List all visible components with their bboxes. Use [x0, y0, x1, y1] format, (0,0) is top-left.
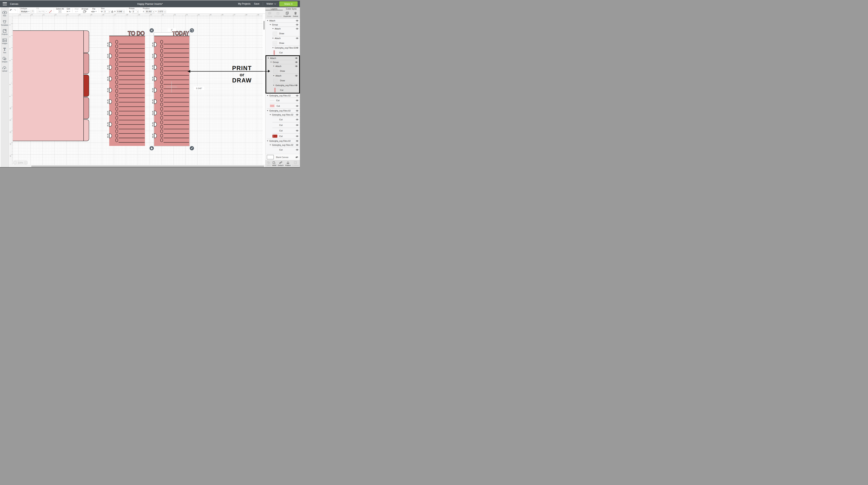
- layer-row[interactable]: Draw: [266, 78, 299, 83]
- sidebar-item-templates[interactable]: Templates: [1, 19, 9, 28]
- horizontal-scrollbar-track[interactable]: [9, 165, 265, 167]
- flatten-button[interactable]: Flatten: [285, 161, 291, 166]
- collapse-caret-icon[interactable]: [272, 47, 274, 48]
- layer-row[interactable]: Attach: [266, 56, 299, 60]
- position-x-stepper[interactable]: ▲▼: [152, 10, 154, 13]
- vertical-scrollbar[interactable]: [264, 21, 265, 30]
- linetype-dropdown[interactable]: Multiple: [20, 10, 31, 13]
- layer-row[interactable]: Cut: [266, 98, 300, 103]
- fill-swatch[interactable]: [49, 10, 52, 13]
- visibility-eye-icon[interactable]: [296, 119, 299, 121]
- position-y-input[interactable]: 3.573 ▲▼: [157, 10, 166, 13]
- design-canvas[interactable]: 1920212223242526272829303132333435363738…: [9, 13, 265, 167]
- width-stepper[interactable]: ▲▼: [108, 10, 110, 13]
- rotate-handle-icon[interactable]: [190, 28, 194, 33]
- layer-row[interactable]: Draw: [266, 68, 299, 74]
- collapse-caret-icon[interactable]: [267, 140, 268, 141]
- linetype-help-button[interactable]: ?: [31, 10, 34, 13]
- select-all-button[interactable]: Select All +: [55, 7, 65, 13]
- resize-handle-icon[interactable]: [190, 146, 194, 150]
- sidebar-item-shapes[interactable]: Shapes: [1, 55, 9, 64]
- fill-dropdown[interactable]: [ No Fill ]: [36, 10, 48, 13]
- collapse-caret-icon[interactable]: [267, 20, 268, 21]
- layer-row[interactable]: Cut: [266, 128, 300, 133]
- my-projects-link[interactable]: My Projects: [238, 2, 250, 5]
- edit-menu-button[interactable]: Edit ✂: [65, 7, 71, 13]
- layer-row[interactable]: Getorghq_svg Files-02: [266, 143, 300, 147]
- layer-row[interactable]: Cut: [266, 103, 300, 109]
- layer-row[interactable]: Group: [266, 23, 300, 27]
- sidebar-item-upload[interactable]: Upload: [1, 64, 9, 73]
- visibility-eye-icon[interactable]: [296, 37, 299, 39]
- layer-row[interactable]: Group: [266, 60, 299, 64]
- visibility-eye-icon[interactable]: [296, 47, 299, 49]
- redo-icon[interactable]: ↷: [13, 9, 17, 12]
- layer-row[interactable]: Getorghq_svg Files-02: [266, 112, 300, 117]
- collapse-caret-icon[interactable]: [270, 144, 271, 146]
- collapse-caret-icon[interactable]: [273, 66, 274, 67]
- machine-select[interactable]: Maker: [267, 2, 276, 5]
- visibility-eye-icon[interactable]: [296, 95, 299, 97]
- visibility-eye-icon[interactable]: [296, 99, 299, 101]
- hamburger-menu-icon[interactable]: [3, 2, 7, 5]
- layer-row[interactable]: Draw: [266, 40, 300, 46]
- divider-page-object[interactable]: [13, 31, 89, 141]
- today-insert-object[interactable]: TODAY: [152, 30, 189, 146]
- tab-layers[interactable]: Layers: [266, 7, 283, 10]
- duplicate-button[interactable]: Duplicate: [283, 12, 291, 17]
- print-or-draw-annotation[interactable]: PRINT or DRAW: [187, 65, 263, 84]
- make-it-button[interactable]: Make It: [279, 1, 298, 6]
- layer-row[interactable]: Getorghq_svg Files-02: [266, 139, 300, 143]
- eye-slash-icon[interactable]: [295, 156, 298, 158]
- collapse-caret-icon[interactable]: [272, 28, 274, 29]
- sidebar-item-text[interactable]: T Text: [1, 46, 9, 55]
- visibility-eye-icon[interactable]: [296, 114, 299, 116]
- visibility-eye-icon[interactable]: [296, 110, 299, 112]
- position-x-input[interactable]: 30.392 ▲▼: [145, 10, 155, 13]
- layer-row[interactable]: Cut: [266, 117, 300, 122]
- layer-row[interactable]: Attach: [266, 64, 299, 68]
- sidebar-item-images[interactable]: Images: [1, 37, 9, 46]
- flip-menu-button[interactable]: Flip ⊲⊳: [90, 7, 98, 13]
- tab-color-sync[interactable]: Color Sync: [283, 7, 300, 10]
- ungroup-button[interactable]: UnGroup: [274, 12, 282, 17]
- position-y-stepper[interactable]: ▲▼: [164, 10, 166, 13]
- save-link[interactable]: Save: [254, 2, 259, 5]
- arrange-menu-button[interactable]: Arrange: [80, 7, 90, 13]
- blank-canvas-row[interactable]: Blank Canvas: [266, 154, 300, 160]
- layer-row[interactable]: Cut: [266, 133, 300, 139]
- collapse-caret-icon[interactable]: [270, 24, 271, 25]
- collapse-caret-icon[interactable]: [271, 62, 272, 63]
- layer-row[interactable]: Cut: [266, 87, 299, 93]
- layer-row[interactable]: Attach: [266, 36, 300, 40]
- horizontal-scrollbar-thumb[interactable]: [31, 166, 264, 167]
- sidebar-item-new[interactable]: New: [1, 9, 9, 19]
- visibility-eye-icon[interactable]: [296, 24, 299, 26]
- undo-icon[interactable]: ↶: [9, 9, 13, 12]
- visibility-eye-icon[interactable]: [296, 130, 299, 132]
- visibility-eye-icon[interactable]: [296, 124, 299, 126]
- visibility-eye-icon[interactable]: [296, 149, 299, 151]
- zoom-out-button[interactable]: −: [13, 161, 17, 164]
- visibility-eye-icon[interactable]: [296, 28, 299, 30]
- layer-row[interactable]: Getorghq_svg Files-02: [266, 46, 300, 50]
- layer-row[interactable]: Draw: [266, 31, 300, 36]
- sidebar-item-projects[interactable]: Projects: [1, 28, 9, 37]
- slice-button[interactable]: Slice: [267, 161, 271, 166]
- height-stepper[interactable]: ▲▼: [123, 10, 125, 13]
- collapse-caret-icon[interactable]: [273, 75, 274, 76]
- rotate-stepper[interactable]: ▲▼: [137, 10, 139, 13]
- visibility-eye-icon[interactable]: [295, 84, 298, 86]
- detach-button[interactable]: Detach: [278, 161, 284, 166]
- visibility-eye-icon[interactable]: [295, 65, 298, 67]
- layer-row[interactable]: Cut: [266, 122, 300, 128]
- lock-handle-icon[interactable]: [150, 146, 154, 150]
- height-input[interactable]: 9.548 ▲▼: [116, 10, 125, 13]
- visibility-eye-icon[interactable]: [296, 135, 299, 137]
- layer-row[interactable]: Getorghq_svg Files-02: [266, 83, 299, 87]
- weld-button[interactable]: Weld: [272, 161, 276, 166]
- canvas-grid[interactable]: TO DO TODAY 3": [13, 17, 263, 165]
- collapse-caret-icon[interactable]: [267, 95, 268, 96]
- rotate-input[interactable]: 0 ▲▼: [132, 10, 139, 13]
- collapse-caret-icon[interactable]: [267, 110, 268, 111]
